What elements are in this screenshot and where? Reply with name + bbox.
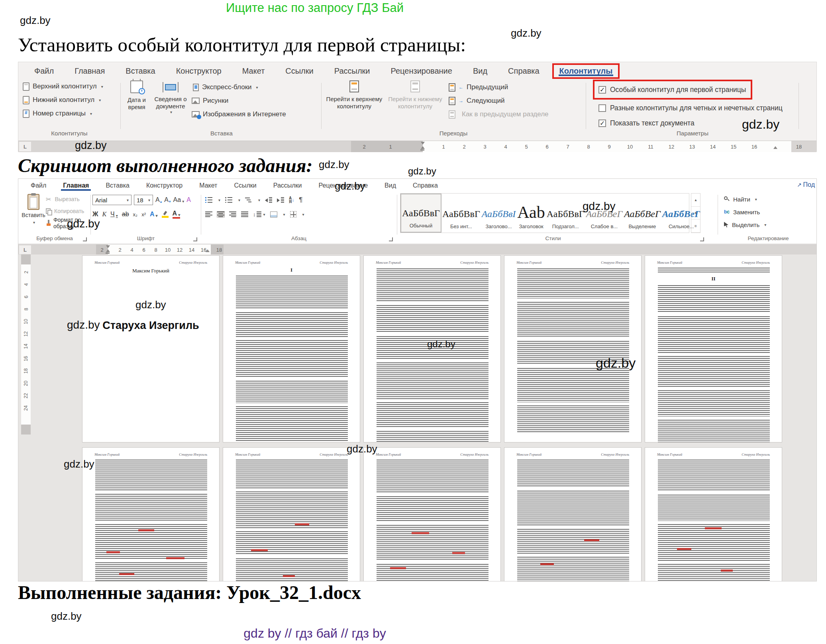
document-page-8[interactable]: Максим ГорькийСтаруха Изергиль [363, 447, 501, 581]
scroll-down-icon[interactable]: ▾ [691, 207, 700, 220]
bullet-list-icon[interactable] [205, 197, 212, 203]
borders-icon[interactable] [290, 211, 296, 217]
document-page-5[interactable]: Максим ГорькийСтаруха Изергиль II [645, 255, 782, 442]
align-right-icon[interactable] [229, 211, 236, 217]
hanging-indent-marker[interactable] [421, 146, 425, 149]
highlight-color-button[interactable] [162, 211, 169, 218]
ribbon-button[interactable]: Экспресс-блоки ▾ [193, 80, 286, 94]
ribbon-button[interactable]: Изображения в Интернете ▾ [192, 108, 286, 121]
select-button[interactable]: Выделить ▾ [724, 219, 766, 231]
ribbon-button[interactable]: ← Предыдущий [449, 80, 549, 94]
shrink-font-button[interactable]: А▾ [164, 196, 171, 204]
clear-formatting-button[interactable]: А [186, 196, 191, 204]
italic-button[interactable]: К [102, 211, 106, 218]
styles-more-icon[interactable]: ≡ [691, 219, 700, 233]
change-case-button[interactable]: Аа▾ [173, 196, 184, 204]
ribbon-tab[interactable]: Ссылки [275, 67, 324, 76]
line-spacing-icon[interactable]: ↕▾ [253, 211, 265, 217]
hanging-indent-marker[interactable] [106, 249, 110, 252]
document-page-6[interactable]: Максим ГорькийСтаруха Изергиль [82, 447, 220, 581]
share-button[interactable]: ↗ Под [797, 181, 815, 188]
style-card[interactable]: АаБбВвГ Без инт... [441, 194, 481, 233]
shading-icon[interactable] [270, 211, 277, 217]
document-page-2[interactable]: Максим ГорькийСтаруха Изергиль I [223, 255, 360, 442]
dialog-launcher-icon[interactable] [193, 237, 197, 241]
ribbon-tab[interactable]: Вставка [115, 67, 165, 76]
ribbon-tab[interactable]: Главная [55, 182, 97, 189]
ribbon-tab[interactable]: Вид [463, 67, 498, 76]
superscript-button[interactable]: x² [141, 211, 146, 217]
tab-selector[interactable]: L [19, 245, 31, 254]
checkbox[interactable]: ✓ [598, 119, 606, 127]
style-card[interactable]: АаБбВвГ Обычный [400, 194, 441, 233]
document-page-10[interactable]: Максим ГорькийСтаруха Изергиль [645, 447, 782, 581]
checkbox-option[interactable]: ✓ Показать текст документа [598, 115, 695, 131]
sort-icon[interactable]: АЯ ↓ [289, 196, 294, 204]
document-page-1[interactable]: Максим ГорькийСтаруха Изергиль Максим Го… [82, 255, 220, 442]
ribbon-button[interactable]: Нижний колонтитул ▾ [23, 93, 117, 107]
ribbon-tab[interactable]: Ссылки [226, 182, 265, 189]
date-time-button[interactable]: Дата и время [124, 80, 149, 111]
ribbon-button[interactable]: Рисунки ▾ [192, 94, 286, 108]
multilevel-list-icon[interactable] [245, 197, 252, 203]
font-size-select[interactable]: 18 ▾ [134, 195, 153, 205]
first-line-indent-marker[interactable] [106, 245, 110, 248]
left-indent-marker[interactable] [420, 149, 424, 151]
ribbon-tab[interactable]: Макет [191, 182, 226, 189]
dialog-launcher-icon[interactable] [389, 237, 393, 241]
dialog-launcher-icon[interactable] [700, 237, 704, 241]
ribbon-button[interactable]: Как в предыдущем разделе [449, 108, 549, 121]
pilcrow-icon[interactable]: ¶ [299, 196, 302, 204]
grow-font-button[interactable]: А▴ [155, 196, 162, 204]
document-page-4[interactable]: Максим ГорькийСтаруха Изергиль [504, 255, 642, 442]
right-indent-marker[interactable] [773, 146, 777, 149]
checkbox-option[interactable]: ✓ Особый колонтитул для первой страницы [593, 80, 752, 100]
strikethrough-button[interactable]: ab [122, 211, 129, 218]
align-center-icon[interactable] [217, 211, 224, 217]
checkbox[interactable]: ✓ [598, 86, 606, 94]
first-line-indent-marker[interactable] [421, 142, 425, 145]
goto-header-button[interactable]: Перейти к верхнему колонтитулу [324, 80, 384, 110]
tab-selector[interactable]: L [19, 142, 31, 151]
scroll-up-icon[interactable]: ▴ [691, 194, 700, 207]
subscript-button[interactable]: x₂ [133, 211, 138, 217]
ribbon-tab[interactable]: Рецензирование [380, 67, 462, 76]
ribbon-tab[interactable]: Конструктор [166, 67, 232, 76]
dialog-launcher-icon[interactable] [83, 237, 87, 241]
ribbon-tab[interactable]: Рассылки [265, 182, 310, 189]
copy-button[interactable]: Копировать [46, 205, 89, 217]
ribbon-tab[interactable]: Справка [404, 182, 446, 189]
align-left-icon[interactable] [205, 211, 212, 217]
font-family-select[interactable]: Arial ▾ [92, 195, 131, 205]
horizontal-ruler[interactable]: L 2 246810121416 18 [18, 244, 816, 255]
document-page-7[interactable]: Максим ГорькийСтаруха Изергиль [223, 447, 360, 581]
style-card[interactable]: АаБбВвГ Подзагол... [546, 194, 585, 233]
document-page-9[interactable]: Максим ГорькийСтаруха Изергиль [504, 447, 642, 581]
checkbox-option[interactable]: ✓ Разные колонтитулы для четных и нечетн… [598, 100, 783, 115]
find-button[interactable]: Найти ▾ [724, 193, 757, 205]
increase-indent-icon[interactable] [277, 197, 284, 203]
style-card[interactable]: АаБбВеГ Слабое в... [585, 194, 624, 233]
document-info-button[interactable]: Сведения о документе ▾ [151, 80, 190, 115]
goto-footer-button[interactable]: Перейти к нижнему колонтитулу [387, 80, 443, 110]
style-card[interactable]: Ааb Заголовок [516, 194, 545, 233]
ribbon-tab[interactable]: Макет [232, 67, 275, 76]
style-card[interactable]: АаБбВвІ Заголово... [481, 194, 517, 233]
right-indent-marker[interactable] [206, 249, 210, 252]
ribbon-tab[interactable]: Конструктор [138, 182, 191, 189]
align-justify-icon[interactable] [241, 211, 248, 217]
style-card[interactable]: АаБбВеГ Выделение [623, 194, 661, 233]
ribbon-button[interactable]: Верхний колонтитул ▾ [23, 80, 117, 93]
bold-button[interactable]: Ж [92, 211, 98, 218]
decrease-indent-icon[interactable] [265, 197, 272, 203]
ribbon-tab[interactable]: Файл [22, 182, 55, 189]
horizontal-ruler[interactable]: L 21 12345678910111213141516 18 [18, 141, 816, 152]
left-indent-marker[interactable] [106, 253, 110, 254]
ribbon-tab[interactable]: Вставка [97, 182, 137, 189]
paste-button[interactable]: Вставить ▾ [22, 194, 45, 225]
font-color-button[interactable]: А▾ [173, 210, 181, 219]
ribbon-button[interactable]: → Следующий [449, 94, 549, 108]
ribbon-tab[interactable]: Рассылки [324, 67, 381, 76]
vertical-ruler[interactable]: 24681012141618202224 [21, 254, 31, 581]
numbered-list-icon[interactable] [225, 197, 232, 203]
